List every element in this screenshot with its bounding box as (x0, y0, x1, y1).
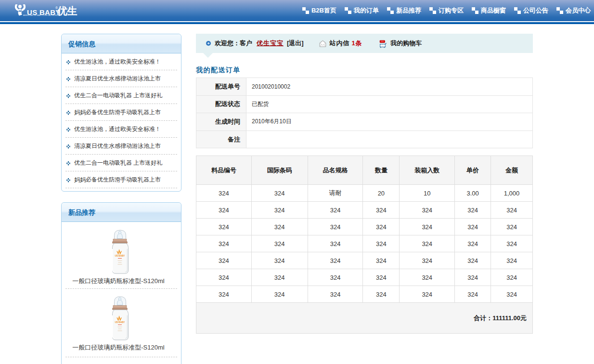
svg-text:US BABY: US BABY (115, 255, 125, 257)
svg-text:US BABY: US BABY (115, 321, 125, 324)
